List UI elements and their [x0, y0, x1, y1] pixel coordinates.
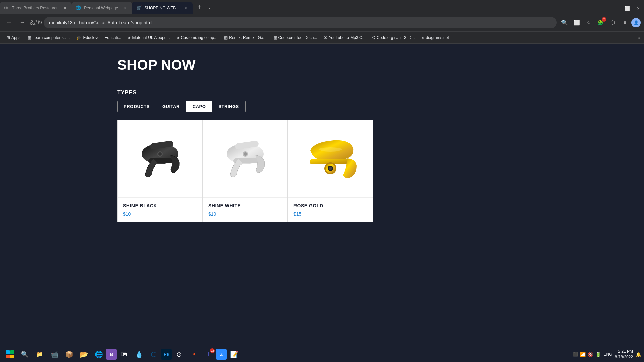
taskbar-teams[interactable]: 📹	[47, 347, 62, 362]
language-indicator: ENG	[604, 352, 612, 357]
taskbar-time[interactable]: 2:21 PM 8/18/2022	[615, 349, 633, 360]
filter-buttons: PRODUCTS GUITAR CAPO STRINGS	[117, 101, 527, 112]
tab-2-close[interactable]: ×	[123, 5, 128, 11]
tab-3-favicon: 🛒	[136, 5, 142, 11]
filter-capo[interactable]: CAPO	[186, 101, 212, 112]
profile-menu-icon[interactable]: ≡	[619, 17, 631, 28]
bookmarks-bar: ⊞ Apps ▦ Learn computer sci... 🎓 Educlev…	[0, 32, 644, 44]
forward-button[interactable]: →	[17, 17, 28, 28]
bookmark-5-label: Remix: Remix - Ga...	[229, 35, 266, 40]
product-grid: SHINE BLACK $10	[117, 120, 527, 222]
back-button[interactable]: ←	[3, 17, 15, 28]
tab-3-close[interactable]: ×	[183, 5, 189, 11]
svg-point-15	[319, 147, 342, 152]
tab-1[interactable]: 🍽 Three Brothers Restaurant ×	[0, 2, 72, 14]
product-rose-gold[interactable]: ROSE GOLD $15	[288, 120, 373, 222]
product-name-gold: ROSE GOLD	[293, 203, 367, 208]
taskbar-edge[interactable]: 🌐	[91, 347, 106, 362]
page-content: SHOP NOW TYPES PRODUCTS GUITAR CAPO STRI…	[0, 44, 644, 362]
volume-icon[interactable]: 🔇	[588, 352, 593, 357]
taskbar-photoshop[interactable]: Ps	[161, 349, 172, 360]
taskbar-dropbox[interactable]: 💧	[131, 347, 146, 362]
maximize-button[interactable]: ⬜	[621, 3, 633, 14]
win-logo-tr	[10, 350, 14, 354]
wifi-icon[interactable]: 📶	[580, 352, 586, 357]
bookmark-4[interactable]: ◈ Customizing comp...	[174, 34, 220, 41]
filter-products[interactable]: PRODUCTS	[117, 101, 156, 112]
product-info-gold: ROSE GOLD $15	[288, 197, 373, 222]
product-price-white: $10	[208, 211, 282, 217]
taskbar-files[interactable]: 📂	[76, 347, 91, 362]
notification-icon[interactable]: 🔔	[636, 352, 641, 357]
bookmark-7-icon: ①	[324, 35, 327, 40]
taskbar-amazon[interactable]: 📦	[62, 347, 76, 362]
bookmark-3[interactable]: ◈ Material-UI: A popu...	[125, 34, 172, 41]
bookmark-6[interactable]: ▦ Code.org Tool Docu...	[271, 34, 320, 41]
minimize-button[interactable]: —	[610, 3, 621, 14]
filter-guitar[interactable]: GUITAR	[156, 101, 186, 112]
filter-strings[interactable]: STRINGS	[212, 101, 245, 112]
taskbar-store[interactable]: 🛍	[117, 347, 131, 362]
taskbar-search[interactable]: 🔍	[17, 347, 32, 362]
product-image-black	[118, 120, 202, 197]
bookmark-2[interactable]: 🎓 Educlever - Educati...	[74, 34, 124, 41]
bookmark-1[interactable]: ▦ Learn computer sci...	[24, 34, 72, 41]
taskbar-teams2[interactable]: T 22	[201, 347, 216, 362]
product-shine-black[interactable]: SHINE BLACK $10	[117, 120, 203, 222]
bookmark-4-label: Customizing comp...	[181, 35, 218, 40]
new-tab-button[interactable]: +	[194, 2, 205, 12]
tab-3-title: SHOPPING WEB	[144, 6, 180, 10]
taskbar-zoom[interactable]: Z	[216, 349, 227, 360]
start-button[interactable]	[3, 347, 17, 362]
product-info-black: SHINE BLACK $10	[118, 197, 202, 222]
taskbar-chrome[interactable]: ⊙	[172, 347, 186, 362]
tab-bar: 🍽 Three Brothers Restaurant × 🌐 Personal…	[0, 0, 644, 14]
bookmark-apps[interactable]: ⊞ Apps	[4, 34, 23, 41]
apps-icon: ⊞	[7, 35, 10, 40]
tab-overflow-button[interactable]: ⌄	[205, 3, 214, 12]
bookmark-9[interactable]: ◈ diagrams.net	[419, 34, 451, 41]
product-image-gold	[288, 120, 373, 197]
bookmark-8-icon: Q	[372, 35, 375, 40]
address-input[interactable]	[44, 17, 557, 28]
teams2-badge: 22	[210, 348, 215, 353]
close-button[interactable]: ×	[633, 3, 644, 14]
profile-avatar[interactable]: 👤	[631, 18, 641, 27]
taskbar-figma[interactable]: ✦	[186, 347, 201, 362]
tab-3[interactable]: 🛒 SHOPPING WEB ×	[132, 2, 193, 14]
search-icon[interactable]: 🔍	[559, 17, 570, 28]
svg-point-14	[329, 167, 332, 170]
bookmark-7[interactable]: ① YouTube to Mp3 C...	[321, 34, 368, 41]
show-desktop-icon[interactable]: ⬛	[573, 352, 578, 357]
product-name-black: SHINE BLACK	[123, 203, 197, 208]
bookmark-8[interactable]: Q Code.org (Unit 3: D...	[370, 34, 418, 41]
capo-white-svg	[218, 132, 272, 186]
tab-1-close[interactable]: ×	[62, 5, 68, 11]
windows-logo	[6, 350, 14, 358]
bookmark-3-label: Material-UI: A popu...	[132, 35, 170, 40]
taskbar-file-explorer[interactable]: 📁	[32, 347, 47, 362]
bookmark-5[interactable]: ▦ Remix: Remix - Ga...	[221, 34, 269, 41]
puzzle-icon[interactable]: ⬡	[607, 17, 619, 28]
bookmark-2-icon: 🎓	[76, 35, 82, 40]
bookmark-6-label: Code.org Tool Docu...	[278, 35, 317, 40]
tab-1-title: Three Brothers Restaurant	[12, 6, 60, 10]
taskbar-bootstrap[interactable]: B	[106, 349, 117, 360]
bookmark-icon[interactable]: ☆	[583, 17, 594, 28]
refresh-button[interactable]: &#↻	[30, 17, 42, 28]
taskbar-vscode[interactable]: ⬡	[146, 347, 161, 362]
product-image-white	[203, 120, 287, 197]
bookmarks-more[interactable]: »	[637, 35, 640, 40]
tab-2[interactable]: 🌐 Personal Webpage ×	[72, 2, 132, 14]
taskbar-docs[interactable]: 📝	[227, 347, 241, 362]
section-divider	[117, 81, 527, 81]
bookmark-8-label: Code.org (Unit 3: D...	[377, 35, 415, 40]
browser-frame: 🍽 Three Brothers Restaurant × 🌐 Personal…	[0, 0, 644, 362]
win-logo-tl	[6, 350, 10, 354]
bookmark-6-icon: ▦	[273, 35, 277, 40]
product-name-white: SHINE WHITE	[208, 203, 282, 208]
shop-container: SHOP NOW TYPES PRODUCTS GUITAR CAPO STRI…	[0, 44, 644, 362]
battery-icon[interactable]: 🔋	[595, 352, 601, 357]
screenshot-icon[interactable]: ⬜	[571, 17, 582, 28]
product-shine-white[interactable]: SHINE WHITE $10	[203, 120, 288, 222]
